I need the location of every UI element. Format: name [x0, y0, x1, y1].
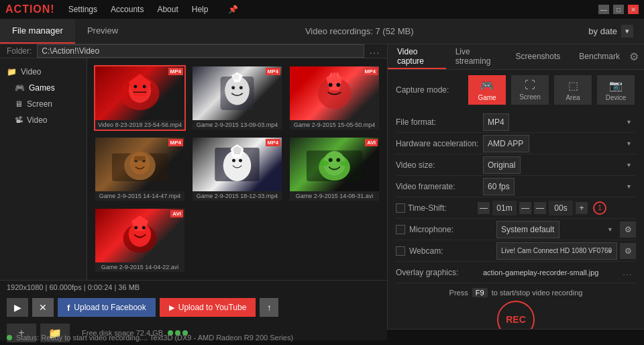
action-bar: ▶ ✕ f Upload to Facebook ▶ Upload to You… — [0, 294, 387, 321]
folder-more-button[interactable]: ... — [370, 46, 380, 56]
svg-point-20 — [130, 152, 150, 175]
folder-path-input[interactable] — [37, 44, 364, 58]
thumb-label-3: Game 2-9-2015 14-14-47.mp4 — [95, 191, 184, 201]
video-thumb-6[interactable]: AVI Game 2-9-2015 14-04-22.avi — [94, 207, 186, 273]
sidebar-item-games[interactable]: 🎮 Games — [0, 80, 87, 96]
tab-video-capture[interactable]: Video capture — [388, 44, 446, 69]
video-thumb-1[interactable]: MP4 Game 2-9-2015 13-09-03.mp4 — [191, 65, 283, 131]
upload-youtube-button[interactable]: ▶ Upload to YouTube — [160, 298, 256, 317]
thumb-badge-3: MP4 — [168, 139, 183, 146]
right-panel: Video capture Live streaming Screenshots… — [388, 44, 644, 329]
video-framerate-select[interactable]: 60 fps — [483, 178, 515, 195]
timeshift-checkbox[interactable] — [396, 203, 405, 213]
facebook-label: Upload to Facebook — [74, 303, 146, 312]
hw-accel-select-wrapper: AMD APP — [483, 135, 636, 152]
microphone-row: Microphone: System default ⚙ — [396, 219, 636, 240]
video-thumb-4[interactable]: MP4 Game 2-9-2015 18-12-33.mp4 — [191, 136, 283, 202]
webcam-gear-button[interactable]: ⚙ — [620, 243, 636, 259]
thumb-label-5: Game 2-9-2015 14-08-31.avi — [290, 191, 379, 201]
svg-point-34 — [336, 158, 340, 162]
svg-point-41 — [142, 226, 146, 230]
hw-accel-select[interactable]: AMD APP — [483, 135, 529, 152]
timeshift-min-input[interactable] — [492, 201, 517, 215]
video-root-icon: 📁 — [7, 67, 17, 77]
thumb-badge-5: AVI — [365, 139, 378, 146]
overlay-more-button[interactable]: ... — [620, 268, 636, 277]
close-button[interactable]: ✕ — [628, 5, 639, 14]
sidebar-item-video[interactable]: 📽 Video — [0, 112, 87, 128]
thumb-badge-6: AVI — [170, 210, 183, 217]
tree-item-video-root[interactable]: 📁 Video — [0, 64, 87, 80]
webcam-checkbox[interactable] — [396, 246, 405, 256]
tab-bar: File manager Preview Video recordings: 7… — [0, 19, 644, 44]
thumb-image-0: MP4 — [95, 66, 184, 120]
file-format-label: File format: — [396, 117, 483, 127]
sort-control: by date ▾ — [588, 19, 633, 44]
webcam-select[interactable]: Live! Cam Connect HD 1080 VF0760 — [496, 242, 617, 260]
svg-point-28 — [232, 159, 235, 162]
timeshift-minus2-button[interactable]: — — [519, 202, 531, 214]
timeshift-minus1-button[interactable]: — — [478, 202, 490, 214]
screen-mode-icon: ⛶ — [525, 79, 535, 91]
video-thumb-5[interactable]: AVI Game 2-9-2015 14-08-31.avi — [288, 136, 380, 202]
microphone-gear-button[interactable]: ⚙ — [620, 221, 636, 238]
nav-menu: Settings Accounts About Help 📌 — [68, 5, 598, 14]
rec-button[interactable]: REC — [497, 301, 535, 329]
svg-point-29 — [239, 159, 242, 162]
video-meta: 1920x1080 | 60.000fps | 0:00:24 | 36 MB — [0, 281, 387, 294]
mode-area-button[interactable]: ⬚ Area — [554, 75, 592, 105]
microphone-checkbox[interactable] — [396, 225, 405, 234]
tab-live-streaming[interactable]: Live streaming — [446, 44, 506, 69]
tab-preview[interactable]: Preview — [75, 19, 130, 44]
screen-label: Screen — [27, 99, 52, 109]
delete-button[interactable]: ✕ — [32, 298, 54, 317]
microphone-select[interactable]: System default — [496, 221, 559, 238]
maximize-button[interactable]: □ — [613, 5, 624, 14]
area-mode-label: Area — [566, 94, 580, 101]
thumb-label-4: Game 2-9-2015 18-12-33.mp4 — [193, 191, 282, 201]
mode-device-button[interactable]: 📷 Device — [597, 75, 635, 105]
video-thumb-2[interactable]: MP4 Game 2-9-2015 15-05-50.mp4 — [288, 65, 380, 131]
video-size-label: Video size: — [396, 160, 483, 170]
mode-screen-button[interactable]: ⛶ Screen — [511, 75, 549, 105]
video-size-select[interactable]: Original — [483, 156, 521, 174]
capture-mode-row: Capture mode: 🎮 Game ⛶ Screen ⬚ Area 📷 D… — [396, 75, 636, 105]
thumb-badge-0: MP4 — [168, 68, 183, 75]
webcam-row: Webcam: Live! Cam Connect HD 1080 VF0760… — [396, 240, 636, 262]
video-thumb-0[interactable]: MP4 Video 8-23-2018 23-54-56.mp4 — [94, 65, 186, 131]
timeshift-circle: 1 — [593, 201, 606, 215]
nav-settings[interactable]: Settings — [68, 5, 97, 14]
nav-accounts[interactable]: Accounts — [111, 5, 144, 14]
minimize-button[interactable]: — — [598, 5, 609, 14]
timeshift-sec-input[interactable] — [549, 201, 573, 215]
tab-benchmark[interactable]: Benchmark — [570, 44, 629, 69]
play-button[interactable]: ▶ — [7, 298, 28, 317]
file-format-select[interactable]: MP4 — [483, 113, 509, 131]
upload-facebook-button[interactable]: f Upload to Facebook — [58, 298, 156, 317]
tab-file-manager[interactable]: File manager — [0, 19, 75, 44]
recording-info: Video recordings: 7 (52 MB) — [130, 19, 588, 44]
left-panel: Folder: ... 📁 Video 🎮 Games 🖥 Screen — [0, 44, 388, 329]
press-key: F9 — [472, 288, 488, 297]
video-thumb-3[interactable]: MP4 Game 2-9-2015 14-14-47.mp4 — [94, 136, 186, 202]
settings-gear-icon[interactable]: ⚙ — [629, 44, 639, 69]
facebook-icon: f — [67, 303, 70, 313]
mode-game-button[interactable]: 🎮 Game — [468, 75, 506, 105]
svg-point-4 — [143, 85, 146, 89]
youtube-label: Upload to YouTube — [178, 303, 247, 312]
webcam-label: Webcam: — [409, 246, 496, 256]
nav-pin[interactable]: 📌 — [228, 5, 238, 14]
window-controls: — □ ✕ — [598, 5, 639, 14]
status-indicator — [7, 335, 12, 340]
timeshift-plus-button[interactable]: + — [576, 202, 588, 214]
tab-screenshots[interactable]: Screenshots — [506, 44, 570, 69]
timeshift-minus3-button[interactable]: — — [534, 202, 546, 214]
nav-help[interactable]: Help — [192, 5, 209, 14]
microphone-label: Microphone: — [409, 225, 496, 234]
upload-button[interactable]: ↑ — [260, 298, 278, 317]
overlay-value: action-gameplay-recorder-small.jpg — [483, 268, 620, 277]
nav-about[interactable]: About — [157, 5, 178, 14]
sort-dropdown-button[interactable]: ▾ — [621, 25, 633, 38]
sidebar-item-screen[interactable]: 🖥 Screen — [0, 96, 87, 112]
press-label: Press — [449, 289, 468, 297]
